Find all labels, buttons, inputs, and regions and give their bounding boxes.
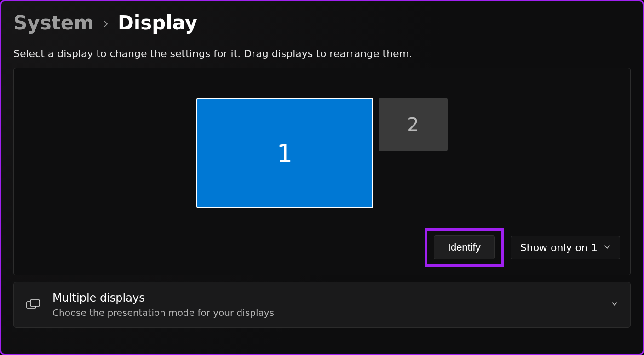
arrangement-actions: Identify Show only on 1 (425, 228, 620, 267)
projection-mode-dropdown[interactable]: Show only on 1 (511, 236, 620, 259)
multiple-displays-text: Multiple displays Choose the presentatio… (52, 292, 599, 318)
chevron-right-icon (102, 16, 109, 31)
displays-canvas[interactable]: 1 2 (14, 68, 630, 234)
breadcrumb-current: Display (118, 11, 197, 34)
projection-mode-selected: Show only on 1 (520, 242, 598, 253)
display-arrange-instruction: Select a display to change the settings … (13, 48, 631, 59)
display-tile-2[interactable]: 2 (379, 98, 448, 151)
breadcrumb-parent[interactable]: System (13, 11, 94, 34)
chevron-down-icon (604, 244, 610, 252)
identify-button[interactable]: Identify (434, 235, 495, 259)
multiple-displays-expander[interactable]: Multiple displays Choose the presentatio… (13, 282, 631, 328)
breadcrumb: System Display (13, 11, 631, 34)
svg-rect-1 (30, 300, 40, 306)
multiple-displays-icon (26, 298, 40, 312)
multiple-displays-title: Multiple displays (52, 292, 599, 304)
settings-display-page: System Display Select a display to chang… (0, 0, 644, 355)
display-arrangement-area[interactable]: 1 2 Identify Show only on 1 (13, 68, 631, 275)
chevron-down-icon (611, 300, 618, 309)
annotation-highlight: Identify (425, 228, 504, 267)
multiple-displays-subtitle: Choose the presentation mode for your di… (52, 307, 599, 318)
display-tile-1[interactable]: 1 (196, 98, 373, 208)
